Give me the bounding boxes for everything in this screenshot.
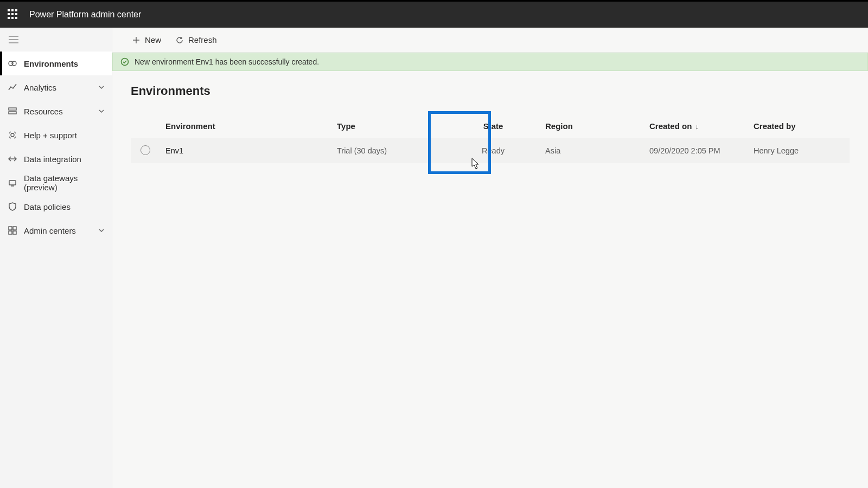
success-banner: New environment Env1 has been successful… <box>112 53 868 71</box>
admin-centers-icon <box>8 226 17 235</box>
sidebar: Environments Analytics Resources H <box>0 28 112 488</box>
app-title: Power Platform admin center <box>29 10 141 20</box>
sidebar-item-label: Analytics <box>24 83 98 92</box>
svg-point-7 <box>11 133 14 137</box>
sidebar-item-label: Resources <box>24 107 98 116</box>
waffle-icon[interactable] <box>8 9 18 20</box>
sidebar-item-data-integration[interactable]: Data integration <box>0 147 112 171</box>
resources-icon <box>8 106 17 116</box>
sidebar-item-label: Data integration <box>24 155 105 164</box>
page-title: Environments <box>131 84 850 98</box>
svg-rect-10 <box>9 227 12 230</box>
svg-rect-5 <box>9 108 16 110</box>
environments-table: Environment Type State Region Created on… <box>131 113 850 163</box>
sidebar-item-help[interactable]: Help + support <box>0 123 112 147</box>
environments-icon <box>8 59 17 68</box>
sort-desc-icon: ↓ <box>695 123 699 131</box>
row-select-radio[interactable] <box>141 145 150 155</box>
chevron-down-icon <box>98 84 105 91</box>
sidebar-item-policies[interactable]: Data policies <box>0 195 112 219</box>
svg-rect-6 <box>9 112 16 114</box>
svg-rect-11 <box>13 227 16 230</box>
col-region[interactable]: Region <box>545 121 649 131</box>
banner-message: New environment Env1 has been successful… <box>135 57 319 66</box>
table-header: Environment Type State Region Created on… <box>131 113 850 138</box>
cell-environment[interactable]: Env1 <box>165 146 337 155</box>
app-header: Power Platform admin center <box>0 2 868 28</box>
sidebar-item-admin-centers[interactable]: Admin centers <box>0 219 112 242</box>
chevron-down-icon <box>98 107 105 115</box>
cell-state: Ready <box>441 146 545 155</box>
cell-created-on: 09/20/2020 2:05 PM <box>649 146 754 155</box>
help-icon <box>8 130 17 140</box>
svg-rect-8 <box>9 181 16 185</box>
cell-type: Trial (30 days) <box>337 146 441 155</box>
new-button-label: New <box>145 35 161 44</box>
col-created-on[interactable]: Created on↓ <box>649 121 754 131</box>
col-created-by[interactable]: Created by <box>754 121 850 131</box>
main-content: New Refresh New environment Env1 has bee… <box>112 28 868 488</box>
table-row[interactable]: Env1 Trial (30 days) Ready Asia 09/20/20… <box>131 138 850 163</box>
svg-point-4 <box>12 61 16 66</box>
sidebar-item-label: Environments <box>24 59 105 68</box>
data-integration-icon <box>8 154 17 164</box>
command-bar: New Refresh <box>112 28 868 53</box>
col-type[interactable]: Type <box>337 121 441 131</box>
col-state[interactable]: State <box>441 121 545 131</box>
analytics-icon <box>8 82 17 92</box>
refresh-button-label: Refresh <box>188 35 217 44</box>
sidebar-item-analytics[interactable]: Analytics <box>0 75 112 99</box>
sidebar-item-environments[interactable]: Environments <box>0 52 112 75</box>
sidebar-item-label: Help + support <box>24 131 105 140</box>
col-environment[interactable]: Environment <box>165 121 337 131</box>
svg-rect-12 <box>9 231 12 234</box>
cell-region: Asia <box>545 146 649 155</box>
sidebar-item-label: Data policies <box>24 202 105 211</box>
hamburger-button[interactable] <box>0 28 112 52</box>
success-icon <box>120 57 129 66</box>
shield-icon <box>8 202 17 211</box>
refresh-button[interactable]: Refresh <box>172 33 220 47</box>
sidebar-item-label: Admin centers <box>24 226 98 235</box>
chevron-down-icon <box>98 227 105 234</box>
sidebar-item-gateways[interactable]: Data gateways (preview) <box>0 171 112 195</box>
svg-rect-13 <box>13 231 16 234</box>
new-button[interactable]: New <box>129 33 164 47</box>
sidebar-item-resources[interactable]: Resources <box>0 99 112 123</box>
gateways-icon <box>8 178 17 188</box>
sidebar-item-label: Data gateways (preview) <box>24 174 105 192</box>
cell-created-by: Henry Legge <box>754 146 850 155</box>
